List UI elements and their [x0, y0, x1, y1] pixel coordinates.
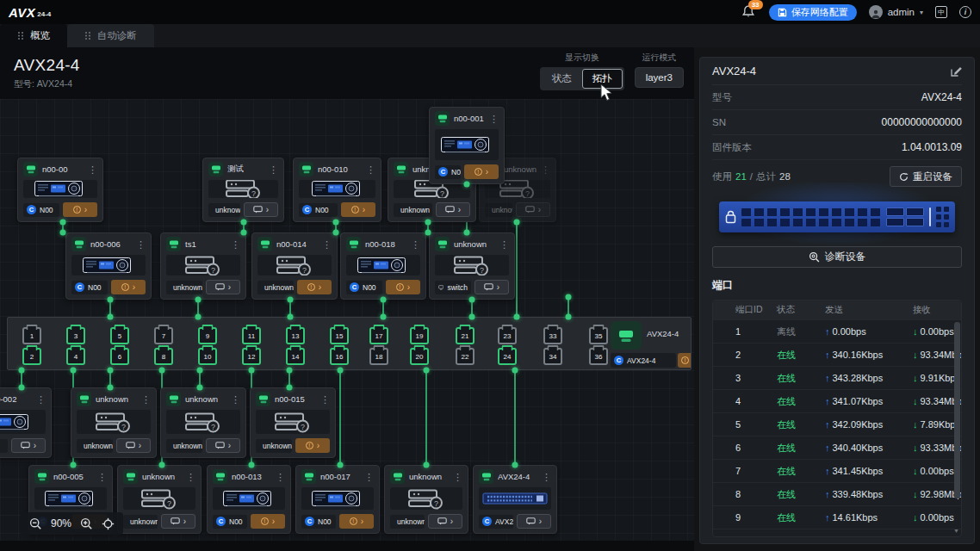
warning-button[interactable]: ! › — [386, 280, 420, 294]
diagnose-device-button[interactable]: 诊断设备 — [712, 246, 962, 268]
warning-button[interactable]: ! › — [297, 280, 332, 294]
switch-port[interactable]: 5 — [110, 327, 129, 344]
table-scrollbar-thumb[interactable] — [954, 322, 960, 498]
scroll-down-icon[interactable]: ▼ — [953, 528, 959, 534]
device-node[interactable]: ts1 ⋮ ? — [160, 232, 246, 300]
status-view-button[interactable]: 状态 — [542, 69, 582, 89]
node-menu-icon[interactable]: ⋮ — [186, 473, 195, 481]
switch-port[interactable]: 9 — [198, 327, 217, 344]
chat-button[interactable]: › — [428, 514, 462, 529]
switch-port[interactable]: 36 — [589, 348, 608, 365]
port-table[interactable]: 端口ID 状态 发送 接收 1 离线 ↑0.00bps ↓0.00bps 2 — [712, 300, 962, 537]
node-menu-icon[interactable]: ⋮ — [541, 165, 550, 174]
switch-port[interactable]: 19 — [410, 327, 429, 344]
node-menu-icon[interactable]: ⋮ — [231, 395, 240, 404]
tab[interactable]: 概览 — [0, 24, 67, 47]
node-menu-icon[interactable]: ⋮ — [141, 395, 151, 404]
node-menu-icon[interactable]: ⋮ — [366, 165, 375, 174]
node-menu-icon[interactable]: ⋮ — [136, 240, 146, 249]
device-node[interactable]: n00-015 ⋮ ? — [250, 387, 336, 458]
node-menu-icon[interactable]: ⋮ — [320, 395, 330, 404]
switch-port[interactable]: 16 — [330, 348, 349, 365]
switch-port[interactable]: 6 — [110, 348, 129, 365]
node-menu-icon[interactable]: ⋮ — [411, 240, 420, 249]
device-node[interactable]: unknown ⋮ ? — [71, 387, 157, 458]
node-menu-icon[interactable]: ⋮ — [322, 240, 332, 249]
port-table-row[interactable]: 8 在线 ↑339.48Kbps ↓92.98Mbps — [713, 482, 961, 505]
device-node[interactable]: unknown ⋮ ? — [160, 387, 246, 458]
node-menu-icon[interactable]: ⋮ — [489, 115, 499, 123]
switch-port[interactable]: 24 — [498, 348, 517, 365]
switch-port[interactable]: 33 — [543, 327, 562, 344]
chat-button[interactable]: › — [11, 438, 46, 453]
switch-port[interactable]: 34 — [543, 348, 562, 365]
notifications-bell[interactable]: 33 — [741, 4, 757, 20]
port-table-row[interactable]: 10 在线 ↑340.00Kbps ↓0.00bps — [713, 529, 961, 537]
chat-button[interactable]: › — [206, 438, 240, 453]
device-node[interactable]: 测试 ⋮ ? — [202, 158, 284, 222]
layer-mode-button[interactable]: layer3 — [635, 67, 684, 88]
fit-view-button[interactable] — [102, 517, 115, 530]
zoom-out-button[interactable] — [29, 517, 42, 530]
edit-device-button[interactable] — [950, 65, 962, 77]
device-node[interactable]: n00-014 ⋮ ? — [251, 232, 338, 300]
language-switch-icon[interactable]: 中 — [935, 6, 947, 18]
warning-button[interactable]: ! › — [295, 438, 330, 453]
warning-button[interactable]: ! › — [464, 164, 499, 179]
device-node[interactable]: n00-018 ⋮ — [340, 232, 426, 300]
chat-button[interactable]: › — [161, 514, 195, 529]
node-menu-icon[interactable]: ⋮ — [364, 473, 374, 481]
node-menu-icon[interactable]: ⋮ — [276, 473, 285, 481]
node-menu-icon[interactable]: ⋮ — [36, 395, 46, 404]
zoom-in-button[interactable] — [80, 517, 93, 530]
switch-port[interactable]: 10 — [198, 348, 217, 365]
switch-port[interactable]: 35 — [589, 327, 608, 344]
device-node[interactable]: N00-002 ⋮ — [0, 387, 52, 458]
device-node[interactable]: AVX24-4 ⋮ — [473, 465, 557, 534]
chat-button[interactable]: › — [206, 280, 240, 294]
port-table-row[interactable]: 1 离线 ↑0.00bps ↓0.00bps — [713, 319, 961, 343]
chat-button[interactable]: › — [474, 280, 509, 294]
device-node[interactable]: unknown ⋮ ? — [429, 232, 515, 300]
device-node[interactable]: n00-00 ⋮ — [17, 158, 103, 222]
device-node[interactable]: n00-001 ⋮ — [429, 107, 505, 184]
device-node[interactable]: n00-013 ⋮ — [207, 465, 291, 534]
warning-button[interactable]: ! › — [63, 202, 97, 217]
switch-port[interactable]: 7 — [154, 327, 173, 344]
node-menu-icon[interactable]: ⋮ — [453, 473, 462, 481]
node-menu-icon[interactable]: ⋮ — [88, 165, 97, 174]
port-table-row[interactable]: 9 在线 ↑14.61Kbps ↓0.00bps — [713, 505, 961, 529]
switch-port[interactable]: 23 — [498, 327, 517, 344]
chat-button[interactable]: › — [436, 202, 470, 217]
switch-port[interactable]: 20 — [410, 348, 429, 365]
switch-port[interactable]: 15 — [330, 327, 349, 344]
switch-port[interactable]: 12 — [242, 348, 261, 365]
device-node[interactable]: n00-006 ⋮ — [65, 232, 152, 300]
switch-port[interactable]: 4 — [66, 348, 85, 365]
device-node[interactable]: n00-010 ⋮ — [293, 158, 381, 222]
device-node[interactable]: unknown ⋮ ? — [117, 465, 202, 534]
node-menu-icon[interactable]: ⋮ — [499, 240, 509, 249]
switch-port[interactable]: 21 — [456, 327, 474, 344]
node-menu-icon[interactable]: ⋮ — [542, 473, 551, 481]
warning-button[interactable]: ! — [678, 353, 691, 368]
topology-canvas[interactable]: 1 2 3 4 5 — [0, 99, 694, 541]
port-table-row[interactable]: 7 在线 ↑341.45Kbps ↓0.00bps — [713, 459, 961, 482]
switch-port[interactable]: 14 — [286, 348, 305, 365]
chat-button[interactable]: › — [116, 438, 151, 453]
chat-button[interactable]: › — [244, 202, 278, 217]
warning-button[interactable]: ! › — [341, 202, 375, 217]
device-node[interactable]: n00-017 ⋮ — [295, 465, 380, 534]
user-menu[interactable]: admin ▾ — [869, 5, 923, 19]
switch-port[interactable]: 13 — [286, 327, 305, 344]
switch-port[interactable]: 1 — [22, 327, 41, 344]
node-menu-icon[interactable]: ⋮ — [269, 165, 278, 174]
port-table-row[interactable]: 2 在线 ↑340.16Kbps ↓93.34Mbps — [713, 343, 961, 366]
switch-port[interactable]: 22 — [456, 348, 474, 365]
switch-port[interactable]: 17 — [369, 327, 388, 344]
warning-button[interactable]: ! › — [251, 514, 285, 529]
topology-view-button[interactable]: 拓扑 — [582, 69, 623, 89]
node-menu-icon[interactable]: ⋮ — [97, 473, 107, 481]
chat-button[interactable]: › — [517, 514, 551, 529]
switch-port[interactable]: 18 — [369, 348, 388, 365]
